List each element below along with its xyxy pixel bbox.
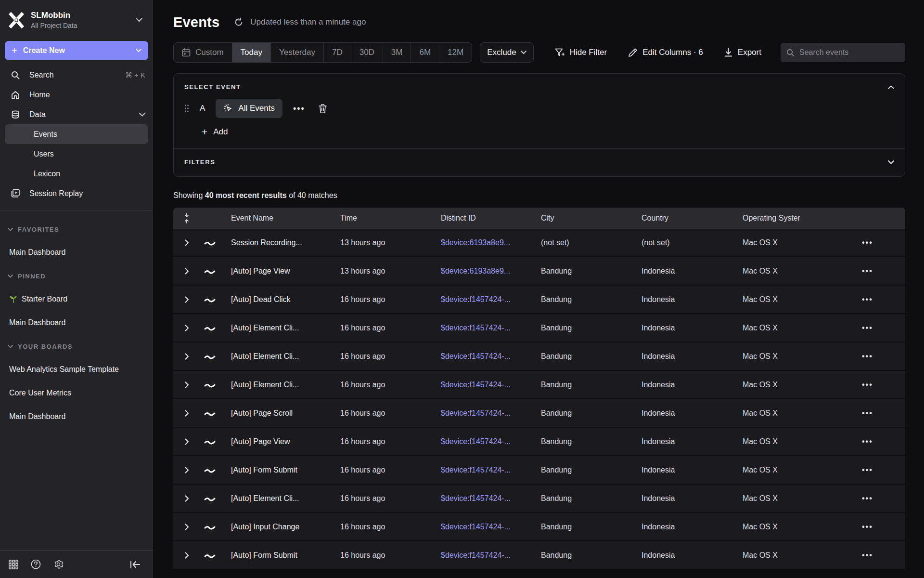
tab-30d[interactable]: 30D xyxy=(351,43,383,62)
table-row[interactable]: [Auto] Element Cli... 16 hours ago $devi… xyxy=(173,342,905,371)
sidebar-item-users[interactable]: Users xyxy=(5,144,148,164)
tab-3m[interactable]: 3M xyxy=(383,43,411,62)
create-new-button[interactable]: + Create New xyxy=(5,41,148,60)
distinct-id-link[interactable]: $device:f1457424-... xyxy=(441,437,511,446)
sidebar-item-events[interactable]: Events xyxy=(5,124,148,144)
sidebar-item-session-replay[interactable]: Session Replay xyxy=(0,184,153,203)
column-header-distinct-id[interactable]: Distinct ID xyxy=(441,214,541,223)
tab-7d[interactable]: 7D xyxy=(324,43,351,62)
row-more-button[interactable]: ••• xyxy=(862,409,905,418)
pinned-item-main-dashboard[interactable]: Main Dashboard xyxy=(0,313,153,332)
expand-row-icon[interactable] xyxy=(173,353,200,360)
expand-row-icon[interactable] xyxy=(173,296,200,303)
pinned-item-starter-board[interactable]: Starter Board xyxy=(0,289,153,309)
row-more-button[interactable]: ••• xyxy=(862,523,905,531)
drag-handle-icon[interactable] xyxy=(184,105,189,112)
row-more-button[interactable]: ••• xyxy=(862,352,905,361)
table-row[interactable]: [Auto] Page View 16 hours ago $device:f1… xyxy=(173,428,905,456)
chevron-up-icon[interactable] xyxy=(888,85,894,89)
distinct-id-link[interactable]: $device:f1457424-... xyxy=(441,494,511,503)
distinct-id-link[interactable]: $device:f1457424-... xyxy=(441,381,511,389)
expand-row-icon[interactable] xyxy=(173,325,200,331)
sidebar-item-lexicon[interactable]: Lexicon xyxy=(5,164,148,184)
expand-row-icon[interactable] xyxy=(173,410,200,417)
apps-grid-icon[interactable] xyxy=(9,560,18,569)
collapse-sidebar-icon[interactable] xyxy=(130,560,141,569)
distinct-id-link[interactable]: $device:f1457424-... xyxy=(441,324,511,332)
sidebar-item-data[interactable]: Data xyxy=(0,105,153,124)
column-header-city[interactable]: City xyxy=(541,214,642,223)
row-more-button[interactable]: ••• xyxy=(862,494,905,503)
table-row[interactable]: [Auto] Page Scroll 16 hours ago $device:… xyxy=(173,399,905,428)
row-more-button[interactable]: ••• xyxy=(862,466,905,474)
distinct-id-link[interactable]: $device:f1457424-... xyxy=(441,551,511,560)
edit-columns-button[interactable]: Edit Columns · 6 xyxy=(628,48,703,57)
distinct-id-link[interactable]: $device:f1457424-... xyxy=(441,295,511,304)
events-search-input[interactable] xyxy=(799,48,896,57)
expand-row-icon[interactable] xyxy=(173,552,200,559)
distinct-id-link[interactable]: $device:f1457424-... xyxy=(441,352,511,361)
distinct-id-link[interactable]: $device:f1457424-... xyxy=(441,466,511,474)
add-event-button[interactable]: + Add xyxy=(202,126,228,138)
events-search-box[interactable] xyxy=(781,43,905,62)
row-more-button[interactable]: ••• xyxy=(862,324,905,332)
section-favorites[interactable]: FAVORITES xyxy=(0,220,153,238)
trash-icon[interactable] xyxy=(319,104,327,113)
board-item-core-user-metrics[interactable]: Core User Metrics xyxy=(0,383,153,403)
expand-row-icon[interactable] xyxy=(173,467,200,473)
tab-yesterday[interactable]: Yesterday xyxy=(271,43,324,62)
row-more-button[interactable]: ••• xyxy=(862,551,905,560)
section-your-boards[interactable]: YOUR BOARDS xyxy=(0,337,153,355)
filters-header[interactable]: FILTERS xyxy=(174,149,905,176)
tab-12m[interactable]: 12M xyxy=(439,43,472,62)
table-row[interactable]: [Auto] Form Submit 16 hours ago $device:… xyxy=(173,541,905,570)
expand-row-icon[interactable] xyxy=(173,268,200,275)
column-header-country[interactable]: Country xyxy=(642,214,743,223)
tab-custom[interactable]: Custom xyxy=(174,43,232,62)
row-more-button[interactable]: ••• xyxy=(862,238,905,247)
expand-row-icon[interactable] xyxy=(173,438,200,445)
favorites-item-main-dashboard[interactable]: Main Dashboard xyxy=(0,243,153,262)
row-more-button[interactable]: ••• xyxy=(862,381,905,389)
distinct-id-link[interactable]: $device:6193a8e9... xyxy=(441,267,510,276)
row-more-button[interactable]: ••• xyxy=(862,267,905,276)
collapse-all-rows-icon[interactable] xyxy=(173,213,200,223)
row-more-button[interactable]: ••• xyxy=(862,437,905,446)
column-header-os[interactable]: Operating System xyxy=(743,214,800,223)
sidebar-item-home[interactable]: Home xyxy=(0,85,153,105)
table-row[interactable]: [Auto] Element Cli... 16 hours ago $devi… xyxy=(173,314,905,342)
table-row[interactable]: Session Recording... 13 hours ago $devic… xyxy=(173,229,905,257)
table-row[interactable]: [Auto] Dead Click 16 hours ago $device:f… xyxy=(173,286,905,314)
event-selector-button[interactable]: All Events xyxy=(216,99,282,118)
table-row[interactable]: [Auto] Element Cli... 16 hours ago $devi… xyxy=(173,485,905,513)
expand-row-icon[interactable] xyxy=(173,381,200,388)
sidebar-item-search[interactable]: Search ⌘ + K xyxy=(0,65,153,85)
expand-row-icon[interactable] xyxy=(173,524,200,530)
expand-row-icon[interactable] xyxy=(173,239,200,246)
settings-gear-icon[interactable] xyxy=(53,559,64,569)
exclude-button[interactable]: Exclude xyxy=(480,42,533,63)
expand-row-icon[interactable] xyxy=(173,495,200,502)
hide-filter-button[interactable]: Hide Filter xyxy=(555,48,607,57)
column-header-event-name[interactable]: Event Name xyxy=(231,214,340,223)
section-pinned[interactable]: PINNED xyxy=(0,267,153,285)
board-item-main-dashboard[interactable]: Main Dashboard xyxy=(0,407,153,426)
export-button[interactable]: Export xyxy=(724,48,761,57)
tab-6m[interactable]: 6M xyxy=(411,43,439,62)
org-switcher[interactable]: SLMobbin All Project Data xyxy=(0,0,153,33)
row-more-button[interactable]: ••• xyxy=(862,295,905,304)
board-item-web-analytics[interactable]: Web Analytics Sample Template xyxy=(0,360,153,379)
clause-more-button[interactable]: ••• xyxy=(293,104,305,114)
table-row[interactable]: [Auto] Page View 13 hours ago $device:61… xyxy=(173,257,905,286)
table-row[interactable]: [Auto] Form Submit 16 hours ago $device:… xyxy=(173,456,905,485)
refresh-icon[interactable] xyxy=(234,17,244,27)
column-header-time[interactable]: Time xyxy=(340,214,441,223)
distinct-id-link[interactable]: $device:f1457424-... xyxy=(441,409,511,418)
distinct-id-link[interactable]: $device:6193a8e9... xyxy=(441,238,510,247)
table-row[interactable]: [Auto] Input Change 16 hours ago $device… xyxy=(173,513,905,541)
help-icon[interactable] xyxy=(31,559,41,569)
tab-today[interactable]: Today xyxy=(232,43,271,62)
table-row[interactable]: [Auto] Element Cli... 16 hours ago $devi… xyxy=(173,371,905,399)
distinct-id-link[interactable]: $device:f1457424-... xyxy=(441,523,511,531)
chevron-down-icon[interactable] xyxy=(136,49,141,53)
